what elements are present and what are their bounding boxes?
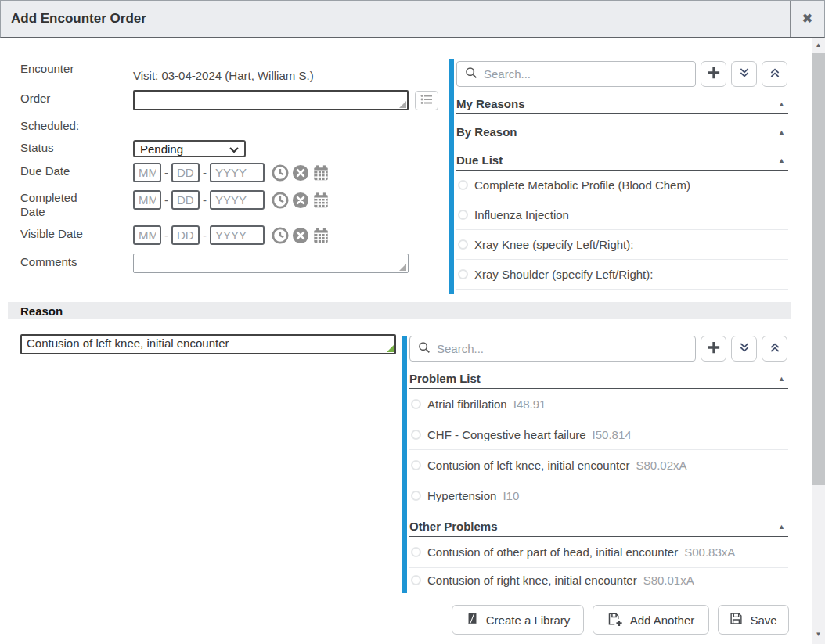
reasons-expand-all-button[interactable] bbox=[731, 61, 757, 87]
save-button[interactable]: Save bbox=[718, 605, 789, 635]
visible-date-day-input[interactable] bbox=[171, 225, 200, 245]
save-plus-icon bbox=[607, 612, 623, 628]
radio-icon[interactable] bbox=[411, 399, 421, 409]
create-library-label: Create a Library bbox=[486, 613, 571, 627]
add-another-button[interactable]: Add Another bbox=[593, 605, 709, 635]
status-selected-value: Pending bbox=[140, 142, 229, 156]
problems-add-button[interactable] bbox=[701, 336, 726, 362]
due-date-month-input[interactable] bbox=[133, 163, 161, 182]
due-list-item-label: Xray Shoulder (specify Left/Right): bbox=[474, 268, 653, 281]
encounter-label: Encounter bbox=[20, 62, 74, 76]
radio-icon[interactable] bbox=[458, 269, 468, 279]
clock-icon[interactable] bbox=[272, 227, 289, 244]
section-header-other-problems[interactable]: Other Problems ▲ bbox=[409, 516, 788, 537]
problem-list-item[interactable]: CHF - Congestive heart failure I50.814 bbox=[409, 419, 788, 450]
clear-date-icon[interactable] bbox=[292, 227, 309, 244]
completed-date-day-input[interactable] bbox=[171, 190, 200, 210]
order-lookup-button[interactable] bbox=[415, 91, 438, 110]
create-library-button[interactable]: Create a Library bbox=[452, 605, 584, 635]
collapse-arrow-icon[interactable]: ▲ bbox=[778, 128, 788, 136]
double-chevron-up-icon bbox=[769, 341, 781, 356]
radio-icon[interactable] bbox=[411, 460, 421, 470]
visible-date-year-input[interactable] bbox=[210, 225, 265, 245]
section-header-by-reason[interactable]: By Reason ▲ bbox=[456, 122, 788, 142]
vertical-scrollbar[interactable]: ▲ ▼ bbox=[812, 38, 825, 644]
reason-section-title: Reason bbox=[20, 304, 63, 318]
close-button[interactable]: ✖ bbox=[790, 1, 824, 37]
radio-icon[interactable] bbox=[411, 547, 421, 557]
radio-icon[interactable] bbox=[411, 430, 421, 440]
scroll-down-icon[interactable]: ▼ bbox=[812, 628, 825, 641]
problem-code: I48.91 bbox=[513, 398, 546, 411]
add-encounter-order-dialog: Add Encounter Order ✖ ▲ ▼ Encounter Visi… bbox=[0, 0, 825, 644]
chevron-down-icon bbox=[229, 142, 239, 156]
section-title: Problem List bbox=[409, 372, 481, 385]
collapse-arrow-icon[interactable]: ▲ bbox=[778, 100, 788, 108]
radio-icon[interactable] bbox=[458, 210, 468, 220]
problems-panel-accent-bar bbox=[402, 336, 407, 593]
due-list-item[interactable]: Influenza Injection bbox=[456, 200, 788, 230]
reasons-add-button[interactable] bbox=[701, 61, 726, 87]
problems-expand-all-button[interactable] bbox=[731, 336, 757, 362]
problem-list-item[interactable]: Hypertension I10 bbox=[409, 480, 788, 511]
reasons-collapse-all-button[interactable] bbox=[762, 61, 787, 87]
due-list-item[interactable]: Xray Shoulder (specify Left/Right): bbox=[456, 260, 788, 290]
calendar-icon[interactable] bbox=[312, 192, 330, 209]
problem-name: CHF - Congestive heart failure bbox=[427, 428, 586, 441]
clear-date-icon[interactable] bbox=[292, 164, 309, 182]
radio-icon[interactable] bbox=[458, 239, 468, 250]
save-label: Save bbox=[750, 613, 776, 627]
section-title: Due List bbox=[456, 153, 503, 167]
book-icon bbox=[466, 612, 479, 628]
section-header-problem-list[interactable]: Problem List ▲ bbox=[409, 369, 788, 389]
section-header-due-list[interactable]: Due List ▲ bbox=[456, 150, 788, 171]
section-header-my-reasons[interactable]: My Reasons ▲ bbox=[456, 94, 788, 114]
comments-field-wrap bbox=[133, 254, 409, 273]
reasons-search-input[interactable] bbox=[484, 67, 687, 81]
date-separator: - bbox=[203, 166, 207, 179]
calendar-icon[interactable] bbox=[312, 164, 330, 182]
problem-list-item[interactable]: Contusion of other part of head, initial… bbox=[409, 537, 788, 568]
collapse-arrow-icon[interactable]: ▲ bbox=[778, 523, 788, 531]
problem-list-item[interactable]: Contusion of right knee, initial encount… bbox=[409, 568, 788, 592]
radio-icon[interactable] bbox=[411, 491, 421, 501]
problems-collapse-all-button[interactable] bbox=[762, 336, 787, 362]
clock-icon[interactable] bbox=[272, 164, 289, 182]
clock-icon[interactable] bbox=[272, 192, 289, 209]
radio-icon[interactable] bbox=[411, 575, 421, 585]
visible-date-row: - - bbox=[133, 225, 330, 245]
status-select[interactable]: Pending bbox=[133, 140, 246, 157]
due-list-item[interactable]: Xray Knee (specify Left/Right): bbox=[456, 230, 788, 260]
dialog-header: Add Encounter Order ✖ bbox=[0, 0, 825, 38]
due-date-year-input[interactable] bbox=[210, 163, 265, 182]
completed-date-month-input[interactable] bbox=[133, 190, 161, 210]
search-icon bbox=[465, 67, 477, 81]
calendar-icon[interactable] bbox=[312, 227, 330, 244]
reason-input[interactable]: Contusion of left knee, initial encounte… bbox=[20, 334, 396, 354]
order-input[interactable] bbox=[133, 90, 409, 110]
problem-list-item[interactable]: Contusion of left knee, initial encounte… bbox=[409, 450, 788, 480]
problems-search-input[interactable] bbox=[437, 342, 687, 355]
collapse-arrow-icon[interactable]: ▲ bbox=[778, 375, 788, 383]
problem-code: I10 bbox=[503, 489, 519, 502]
completed-date-year-input[interactable] bbox=[210, 190, 265, 210]
due-list-item[interactable]: Complete Metabolic Profile (Blood Chem) bbox=[456, 171, 788, 200]
clear-date-icon[interactable] bbox=[292, 192, 309, 209]
add-another-label: Add Another bbox=[630, 613, 695, 627]
problem-name: Hypertension bbox=[427, 489, 496, 502]
visible-date-month-input[interactable] bbox=[133, 225, 161, 245]
completed-date-label: Completed Date bbox=[20, 191, 99, 219]
problem-list-item[interactable]: Atrial fibrillation I48.91 bbox=[409, 389, 788, 419]
status-label: Status bbox=[20, 141, 54, 155]
reasons-panel-accent-bar bbox=[449, 59, 454, 294]
search-icon bbox=[418, 341, 431, 356]
list-icon bbox=[420, 94, 433, 107]
scroll-up-icon[interactable]: ▲ bbox=[812, 39, 825, 52]
due-date-day-input[interactable] bbox=[171, 163, 200, 182]
comments-input[interactable] bbox=[133, 254, 409, 273]
radio-icon[interactable] bbox=[458, 180, 468, 190]
collapse-arrow-icon[interactable]: ▲ bbox=[778, 157, 788, 164]
date-separator: - bbox=[203, 228, 207, 242]
comments-label: Comments bbox=[20, 255, 77, 269]
scrollbar-thumb[interactable] bbox=[812, 53, 825, 485]
